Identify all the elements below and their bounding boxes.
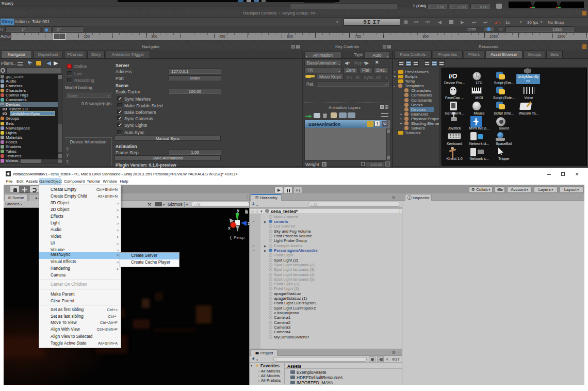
svg-text:x: x bbox=[228, 225, 231, 231]
svg-text:y: y bbox=[237, 208, 239, 213]
